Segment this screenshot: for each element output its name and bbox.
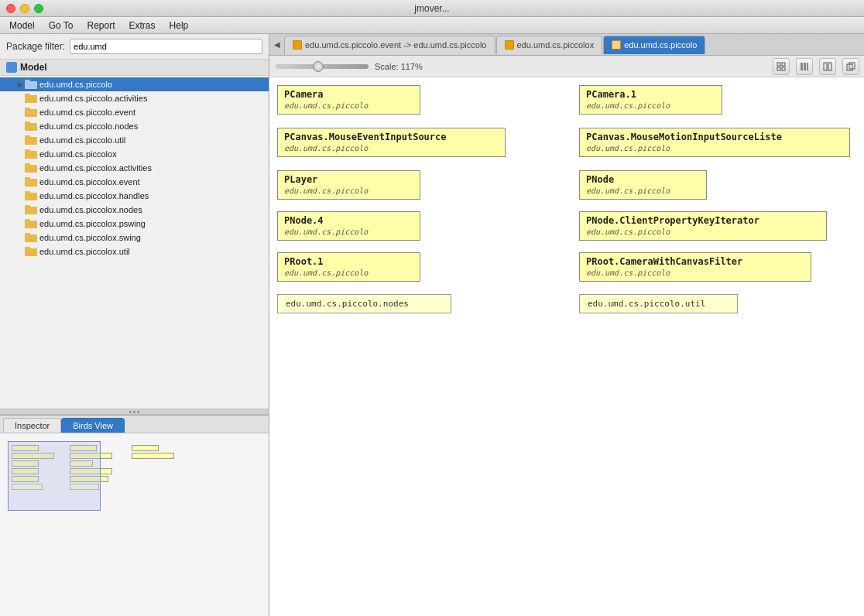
panel-divider[interactable] [0, 409, 269, 415]
folder-icon-activities [25, 94, 37, 103]
tree-item-label-x-event: edu.umd.cs.piccolox.event [39, 177, 140, 187]
uml-node-player-title: PLayer [278, 171, 420, 186]
uml-node-player-package: edu.umd.cs.piccolo [278, 186, 420, 199]
tree-item-label-x-handles: edu.umd.cs.piccolox.handles [39, 191, 149, 200]
svg-rect-5 [804, 63, 806, 70]
tree-item-label-x-activities: edu.umd.cs.piccolox.activities [39, 163, 152, 173]
folder-icon-x-nodes [25, 205, 37, 214]
tree-item-label-x-swing: edu.umd.cs.piccolox.swing [39, 233, 141, 242]
tree-item-piccolo[interactable]: ▶ edu.umd.cs.piccolo [0, 77, 269, 91]
uml-node-proot1-title: PRoot.1 [278, 253, 420, 268]
left-panel: Package filter: Model ▶ edu.umd.cs.picco… [0, 34, 269, 616]
folder-icon-util [25, 135, 37, 145]
svg-rect-0 [777, 63, 780, 66]
tree-item-label-piccolox: edu.umd.cs.piccolox [39, 149, 117, 159]
menu-goto[interactable]: Go To [43, 19, 80, 33]
svg-rect-2 [777, 67, 780, 70]
uml-node-pcanvas-mouse-package: edu.umd.cs.piccolo [278, 143, 505, 156]
folder-icon-piccolo [25, 80, 37, 89]
svg-rect-1 [782, 63, 785, 66]
tab-inspector[interactable]: Inspector [3, 418, 61, 433]
minimize-button[interactable] [20, 4, 29, 13]
diagram-toolbar: Scale: 117% [269, 56, 864, 77]
nav-back-arrow[interactable]: ◀ [271, 36, 283, 53]
tab-piccolo-active[interactable]: edu.umd.cs.piccolo [603, 36, 705, 54]
uml-node-proot-camera-package: edu.umd.cs.piccolo [580, 268, 811, 281]
right-panel: ◀ edu.umd.cs.piccolo.event -> edu.umd.cs… [269, 34, 864, 616]
tree-item-event[interactable]: edu.umd.cs.piccolo.event [0, 105, 269, 119]
folder-icon-piccolox [25, 149, 37, 159]
tree-item-x-nodes[interactable]: edu.umd.cs.piccolox.nodes [0, 203, 269, 217]
tree-item-x-pswing[interactable]: edu.umd.cs.piccolox.pswing [0, 217, 269, 231]
package-filter-input[interactable] [70, 39, 262, 54]
svg-rect-8 [828, 63, 831, 70]
menu-model[interactable]: Model [3, 19, 41, 33]
svg-rect-4 [801, 63, 803, 70]
tree-item-x-swing[interactable]: edu.umd.cs.piccolox.swing [0, 231, 269, 245]
uml-node-pnode4-package: edu.umd.cs.piccolo [278, 227, 420, 240]
tree-item-label-nodes: edu.umd.cs.piccolo.nodes [39, 121, 138, 131]
tree-item-util[interactable]: edu.umd.cs.piccolo.util [0, 133, 269, 147]
package-node-piccolo-util-label: edu.umd.cs.piccolo.util [588, 299, 705, 309]
tree-item-x-event[interactable]: edu.umd.cs.piccolox.event [0, 175, 269, 189]
tab-icon-event [293, 40, 302, 50]
svg-rect-7 [824, 63, 827, 70]
uml-node-pcanvas-mouse[interactable]: PCanvas.MouseEventInputSource edu.umd.cs… [277, 128, 506, 157]
uml-node-proot-camera-title: PRoot.CameraWithCanvasFilter [580, 253, 811, 268]
bottom-left-panel: Inspector Birds View [0, 415, 269, 616]
uml-node-pnode-title: PNode [580, 171, 706, 186]
uml-node-pnode4[interactable]: PNode.4 edu.umd.cs.piccolo [277, 211, 420, 241]
folder-icon-x-pswing [25, 219, 37, 228]
slider-thumb[interactable] [313, 61, 324, 72]
uml-node-pcamera[interactable]: PCamera edu.umd.cs.piccolo [277, 85, 420, 115]
tree-item-label-event: edu.umd.cs.piccolo.event [39, 108, 135, 117]
tab-icon-piccolox [505, 40, 514, 50]
birds-view-content[interactable] [0, 433, 269, 616]
toolbar-btn-copy[interactable] [842, 58, 859, 75]
diagram-canvas[interactable]: PCamera edu.umd.cs.piccolo PCanvas.Mouse… [269, 77, 864, 616]
toolbar-btn-columns[interactable] [796, 58, 813, 75]
tree-item-x-util[interactable]: edu.umd.cs.piccolox.util [0, 245, 269, 258]
uml-node-pcanvas-motion-package: edu.umd.cs.piccolo [580, 143, 849, 156]
scale-slider[interactable] [276, 64, 369, 69]
tree-item-activities[interactable]: edu.umd.cs.piccolo.activities [0, 91, 269, 105]
uml-node-proot1[interactable]: PRoot.1 edu.umd.cs.piccolo [277, 252, 420, 282]
tree-item-label-x-util: edu.umd.cs.piccolox.util [39, 247, 130, 256]
tree-item-label-activities: edu.umd.cs.piccolo.activities [39, 94, 147, 103]
tree-item-nodes[interactable]: edu.umd.cs.piccolo.nodes [0, 119, 269, 133]
close-button[interactable] [6, 4, 15, 13]
tree-item-label-x-pswing: edu.umd.cs.piccolox.pswing [39, 219, 146, 228]
tab-label-event-piccolo: edu.umd.cs.piccolo.event -> edu.umd.cs.p… [305, 40, 487, 50]
uml-node-proot1-package: edu.umd.cs.piccolo [278, 268, 420, 281]
uml-node-pcamera1[interactable]: PCamera.1 edu.umd.cs.piccolo [579, 85, 722, 115]
folder-icon-x-handles [25, 191, 37, 200]
uml-node-pnode[interactable]: PNode edu.umd.cs.piccolo [579, 170, 707, 200]
tab-event-piccolo[interactable]: edu.umd.cs.piccolo.event -> edu.umd.cs.p… [284, 36, 495, 54]
tree-item-x-handles[interactable]: edu.umd.cs.piccolox.handles [0, 189, 269, 203]
tree-root-label: Model [20, 62, 47, 73]
tab-piccolox[interactable]: edu.umd.cs.piccolox [496, 36, 603, 54]
menu-help[interactable]: Help [163, 19, 195, 33]
svg-rect-3 [782, 67, 785, 70]
tab-birds-view[interactable]: Birds View [61, 418, 125, 433]
uml-node-pcamera-package: edu.umd.cs.piccolo [278, 101, 420, 114]
tab-label-piccolox: edu.umd.cs.piccolox [517, 40, 595, 50]
expand-arrow: ▶ [15, 80, 25, 88]
uml-node-pnode-package: edu.umd.cs.piccolo [580, 186, 706, 199]
menu-extras[interactable]: Extras [123, 19, 162, 33]
toolbar-btn-grid[interactable] [773, 58, 790, 75]
uml-node-proot-camera[interactable]: PRoot.CameraWithCanvasFilter edu.umd.cs.… [579, 252, 811, 282]
package-node-piccolo-util[interactable]: edu.umd.cs.piccolo.util [579, 294, 738, 313]
svg-rect-6 [807, 63, 808, 70]
maximize-button[interactable] [34, 4, 43, 13]
tree-item-piccolox[interactable]: edu.umd.cs.piccolox [0, 147, 269, 161]
uml-node-player[interactable]: PLayer edu.umd.cs.piccolo [277, 170, 420, 200]
uml-node-pnode-client[interactable]: PNode.ClientPropertyKeyIterator edu.umd.… [579, 211, 827, 241]
menu-bar: Model Go To Report Extras Help [0, 17, 864, 34]
tree-item-x-activities[interactable]: edu.umd.cs.piccolox.activities [0, 161, 269, 175]
uml-node-pcanvas-motion[interactable]: PCanvas.MouseMotionInputSourceListe edu.… [579, 128, 850, 157]
package-node-piccolo-nodes[interactable]: edu.umd.cs.piccolo.nodes [277, 294, 451, 313]
tree-item-label-piccolo: edu.umd.cs.piccolo [39, 80, 112, 89]
toolbar-btn-split[interactable] [819, 58, 836, 75]
menu-report[interactable]: Report [81, 19, 122, 33]
